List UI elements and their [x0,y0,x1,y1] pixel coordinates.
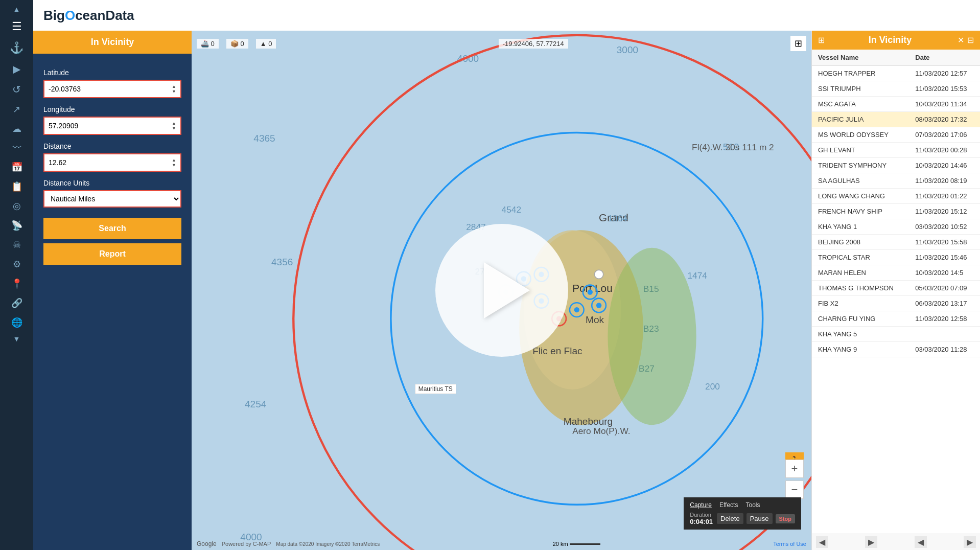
top-header: BigOceanData [33,0,980,31]
col-vessel-header: Vessel Name [812,50,909,66]
zoom-in-button[interactable]: + [785,460,804,478]
play-nav-icon[interactable]: ▶ [13,63,20,75]
svg-point-27 [570,303,584,317]
table-row[interactable]: KHA YANG 903/03/2020 11:28 [812,342,980,357]
skull-icon[interactable]: ☠ [13,239,21,250]
arrow-count: ▲ 0 [256,39,276,49]
table-row[interactable]: FRENCH NAVY SHIP11/03/2020 15:12 [812,204,980,219]
globe-icon[interactable]: 🌐 [11,317,22,328]
vessel-date-cell: 10/03/2020 11:34 [909,97,980,112]
hamburger-icon[interactable]: ☰ [12,20,22,33]
svg-text:4542: 4542 [502,204,522,215]
map-coordinates: -19.92406, 57.77214 [499,39,568,49]
gear-icon[interactable]: ⚙ [13,259,21,270]
table-row[interactable]: GH LEVANT11/03/2020 00:28 [812,143,980,158]
scale-bar: 20 km [553,541,600,547]
vessel-date-cell: 11/03/2020 15:46 [909,250,980,265]
vessel-date-cell: 11/03/2020 12:58 [909,311,980,327]
anchor-icon[interactable]: ⚓ [10,41,24,55]
svg-text:200: 200 [705,381,720,392]
google-label: Google [197,540,217,547]
distance-spinners[interactable]: ▲▼ [172,157,176,168]
distance-units-select[interactable]: Nautical Miles Kilometers Miles [43,190,181,208]
distance-field-wrapper: ▲▼ [43,153,181,172]
table-row[interactable]: BEIJING 200811/03/2020 15:58 [812,235,980,250]
svg-text:Fl(4).W. 30s 111 m 2: Fl(4).W. 30s 111 m 2 [692,142,774,152]
table-row[interactable]: MS WORLD ODYSSEY07/03/2020 17:06 [812,127,980,143]
table-row[interactable]: SSI TRIUMPH11/03/2020 15:53 [812,81,980,97]
svg-text:B23: B23 [643,324,659,334]
prev-page-button-2[interactable]: ◀ [915,536,927,548]
vessel-date-cell: 10/03/2020 14:46 [909,158,980,173]
radar-icon[interactable]: 📡 [11,220,22,231]
footer-left: Google Powered by C-MAP Map data ©2020 I… [197,540,380,547]
duration-label: Duration [690,512,713,518]
tools-tab[interactable]: Tools [745,501,760,509]
vessel-name-cell: GH LEVANT [812,143,909,158]
vessel-date-cell: 11/03/2020 15:53 [909,81,980,97]
pin-icon[interactable]: 📍 [11,278,22,289]
longitude-input[interactable] [49,122,166,130]
scroll-up[interactable]: ▲ [11,3,23,16]
vessel-name-cell: KHA YANG 9 [812,342,909,357]
longitude-spinners[interactable]: ▲▼ [172,121,176,131]
right-panel-footer: ◀ ▶ ◀ ▶ [812,534,980,550]
target-icon[interactable]: ◎ [13,200,21,212]
table-row[interactable]: KHA YANG 5 [812,327,980,342]
capture-tab[interactable]: Capture [690,501,712,509]
distance-input[interactable] [49,158,166,167]
map-area[interactable]: 967 422 4095 4000 4000 3000 712 4365 435… [192,31,811,550]
svg-text:4356: 4356 [271,257,293,267]
pause-button[interactable]: Pause [746,513,773,524]
vessel-date-cell: 08/03/2020 17:32 [909,112,980,127]
table-row[interactable]: MARAN HELEN10/03/2020 14:5 [812,265,980,281]
effects-tab[interactable]: Effects [719,501,738,509]
svg-point-32 [596,303,601,308]
calendar-icon[interactable]: 📅 [11,162,22,173]
table-row[interactable]: FIB X206/03/2020 13:17 [812,296,980,311]
stop-button[interactable]: Stop [776,514,795,523]
table-row[interactable]: CHARNG FU YING11/03/2020 12:58 [812,311,980,327]
terms-link[interactable]: Terms of Use [773,541,806,547]
table-row[interactable]: THOMAS G THOMPSON05/03/2020 07:09 [812,281,980,296]
right-panel: ⊞ In Vicinity ✕ ⊟ Vessel Name Date [811,31,980,550]
delete-button[interactable]: Delete [717,513,743,524]
waves-icon[interactable]: 〰 [12,143,21,153]
duration-value: 0:04:01 [690,518,713,525]
toolbar-right-icon[interactable]: ⊞ [790,36,806,51]
distance-label: Distance [43,142,181,150]
table-row[interactable]: MSC AGATA10/03/2020 11:34 [812,97,980,112]
table-row[interactable]: SA AGULHAS11/03/2020 08:19 [812,173,980,189]
next-page-button-2[interactable]: ▶ [964,536,976,548]
replay-icon[interactable]: ↺ [12,83,21,96]
vessel-table: Vessel Name Date HOEGH TRAPPER11/03/2020… [812,50,980,534]
scroll-down[interactable]: ▼ [11,332,23,346]
table-row[interactable]: TROPICAL STAR11/03/2020 15:46 [812,250,980,265]
table-row[interactable]: HOEGH TRAPPER11/03/2020 12:57 [812,66,980,81]
expand-icon[interactable]: ↗ [13,104,20,115]
table-row[interactable]: KHA YANG 103/03/2020 10:52 [812,219,980,235]
vessel-name-cell: MS WORLD ODYSSEY [812,127,909,143]
play-button[interactable] [435,224,568,357]
latitude-spinners[interactable]: ▲▼ [172,84,176,94]
prev-page-button[interactable]: ◀ [816,536,828,548]
svg-text:510: 510 [723,142,739,152]
panel-expand-icon[interactable]: ⊞ [818,35,825,45]
svg-point-29 [583,285,597,300]
table-row[interactable]: LONG WANG CHANG11/03/2020 01:22 [812,189,980,204]
scale-label: 20 km [553,541,568,547]
route-icon[interactable]: 🔗 [11,297,22,309]
toolbar-left: 🚢 0 📦 0 ▲ 0 [197,39,276,49]
report-button[interactable]: Report [43,243,181,265]
table-row[interactable]: TRIDENT SYMPHONY10/03/2020 14:46 [812,158,980,173]
cloud-icon[interactable]: ☁ [12,123,21,134]
zoom-out-button[interactable]: − [785,480,804,499]
table-row[interactable]: PACIFIC JULIA08/03/2020 17:32 [812,112,980,127]
close-icon[interactable]: ✕ [958,35,964,45]
latitude-input[interactable] [49,85,166,93]
svg-point-51 [608,248,696,425]
next-page-button[interactable]: ▶ [865,536,877,548]
search-button[interactable]: Search [43,218,181,239]
detach-icon[interactable]: ⊟ [967,35,974,45]
clipboard-icon[interactable]: 📋 [11,181,22,192]
